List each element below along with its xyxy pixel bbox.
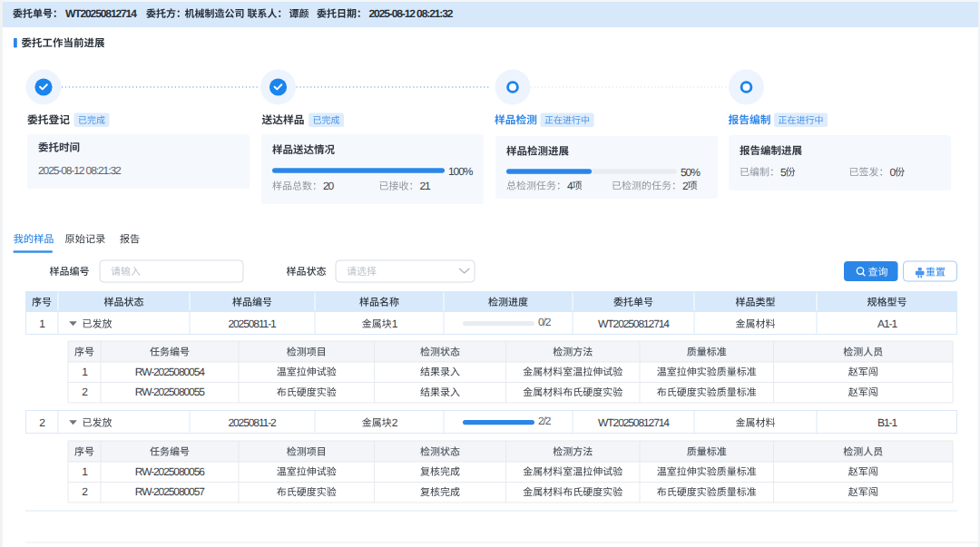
svg-text:2025-08-12 08:21:32: 2025-08-12 08:21:32 (38, 164, 122, 177)
svg-text:WT20250812714: WT20250812714 (65, 7, 137, 20)
svg-text:20250811-2: 20250811-2 (228, 416, 277, 429)
svg-text:RW-2025080054: RW-2025080054 (135, 366, 205, 378)
svg-text:B1-1: B1-1 (877, 416, 897, 429)
svg-text:2/2: 2/2 (538, 415, 552, 427)
svg-text:21: 21 (420, 180, 432, 192)
svg-text:2025-08-12 08:21:32: 2025-08-12 08:21:32 (369, 7, 454, 20)
svg-text:RW-2025080055: RW-2025080055 (135, 386, 205, 398)
svg-text:50%: 50% (681, 166, 701, 179)
svg-text:20250811-1: 20250811-1 (228, 317, 277, 330)
svg-text:WT20250812714: WT20250812714 (598, 317, 670, 330)
svg-text:20: 20 (323, 180, 335, 192)
svg-text:0/2: 0/2 (538, 316, 552, 328)
svg-text:WT20250812714: WT20250812714 (598, 416, 670, 429)
svg-text:A1-1: A1-1 (877, 317, 897, 330)
svg-text:100%: 100% (448, 165, 474, 178)
svg-text:RW-2025080057: RW-2025080057 (135, 485, 205, 498)
svg-text:RW-2025080056: RW-2025080056 (135, 465, 205, 478)
